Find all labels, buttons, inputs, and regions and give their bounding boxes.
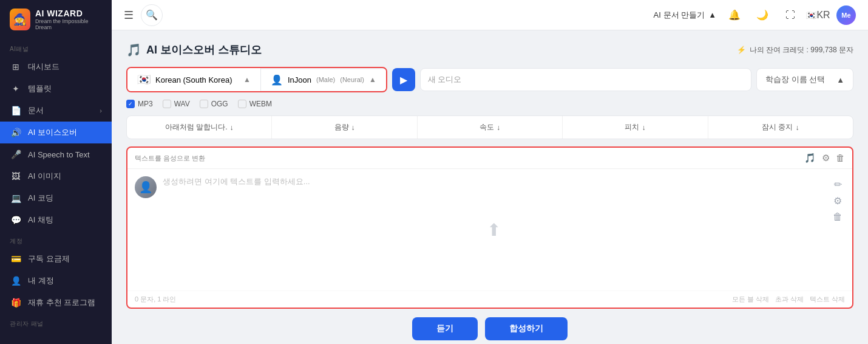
model-label: 학습장 이름 선택 — [765, 74, 825, 85]
text-input-area[interactable]: 생성하려면 여기에 텍스트를 입력하세요... ⬆ — [163, 176, 824, 283]
format-webm[interactable]: WEBM — [238, 100, 272, 108]
notification-button[interactable]: 🔔 — [725, 5, 744, 25]
editor-footer: 0 문자, 1 라인 모든 블 삭제 초과 삭제 텍스트 삭제 — [127, 291, 852, 308]
clear-above-button[interactable]: 초과 삭제 — [775, 295, 804, 304]
sidebar-item-label: 재휴 추천 프로그램 — [28, 297, 95, 308]
ai-section-label: AI패널 — [0, 39, 112, 56]
sidebar-item-label: 템플릿 — [28, 83, 52, 94]
subscription-icon: 💳 — [10, 253, 22, 265]
sidebar-item-coding[interactable]: 💻 AI 코딩 — [0, 187, 112, 209]
doc-create-button[interactable]: AI 문서 만들기 ▲ — [654, 10, 716, 21]
clear-text-button[interactable]: 텍스트 삭제 — [810, 295, 845, 304]
language-label: Korean (South Korea) — [155, 75, 232, 84]
settings-section-label: 계정 — [0, 231, 112, 248]
avatar: 👤 — [135, 176, 157, 198]
document-create-label: AI 문서 만들기 — [654, 10, 705, 21]
mp3-label: MP3 — [138, 100, 153, 108]
sidebar-item-image[interactable]: 🖼 AI 이미지 — [0, 165, 112, 187]
language-selector[interactable]: 🇰🇷 Korean (South Korea) ▲ — [127, 68, 261, 91]
format-wav[interactable]: WAV — [163, 100, 190, 108]
credit-info: ⚡ 나의 잔여 크레딧 : 999,738 문자 — [737, 45, 853, 55]
account-icon: 👤 — [10, 275, 22, 287]
theme-toggle-button[interactable]: 🌙 — [753, 5, 772, 25]
listen-button[interactable]: 듣기 — [412, 317, 478, 340]
editor-toolbar-label: 텍스트를 음성으로 변환 — [135, 154, 205, 163]
editor-filter-icon[interactable]: ⚙ — [822, 153, 830, 163]
affiliate-icon: 🎁 — [10, 297, 22, 309]
editor-container: 텍스트를 음성으로 변환 🎵 ⚙ 🗑 👤 생성하려면 여기에 텍스트를 입력하세… — [126, 146, 853, 309]
mp3-checkbox[interactable]: ✓ — [126, 100, 135, 108]
char-count: 0 문자, 1 라인 — [135, 295, 176, 304]
content-area: 🎵 AI 보이스오버 스튜디오 ⚡ 나의 잔여 크레딧 : 999,738 문자… — [112, 30, 868, 344]
pitch-label: 피치 — [625, 122, 639, 132]
editor-right-icons: ✏ ⚙ 🗑 — [830, 176, 845, 283]
sidebar-item-label: AI 이미지 — [28, 171, 61, 182]
clear-all-button[interactable]: 모든 블 삭제 — [732, 295, 769, 304]
editor-delete-icon[interactable]: 🗑 — [836, 153, 845, 163]
chevron-up-model-icon: ▲ — [836, 75, 844, 84]
control-style[interactable]: 아래처럼 말합니다. ↓ — [127, 116, 272, 139]
dashboard-icon: ⊞ — [10, 61, 22, 73]
wav-checkbox[interactable] — [163, 100, 171, 108]
voice-selector[interactable]: 👤 InJoon (Male) (Neural) ▲ — [261, 69, 386, 91]
sidebar: 🧙 AI WIZARD Dream the Impossible Dream A… — [0, 0, 112, 344]
chevron-up-icon: ▲ — [708, 10, 716, 19]
pause-label: 잠시 중지 — [762, 122, 793, 132]
style-chevron: ↓ — [230, 123, 234, 132]
editor-music-icon[interactable]: 🎵 — [804, 153, 816, 163]
template-icon: ✦ — [10, 83, 22, 95]
sidebar-item-subscription[interactable]: 💳 구독 요금제 — [0, 248, 112, 270]
chevron-down-icon: ▲ — [243, 75, 251, 84]
sidebar-item-speech[interactable]: 🎤 AI Speech to Text — [0, 143, 112, 165]
voice-selector-row: 🇰🇷 Korean (South Korea) ▲ 👤 InJoon (Male… — [126, 67, 853, 92]
webm-label: WEBM — [249, 100, 272, 108]
format-icon[interactable]: ⚙ — [833, 195, 842, 207]
editor-placeholder: 생성하려면 여기에 텍스트를 입력하세요... — [163, 177, 310, 186]
image-icon: 🖼 — [10, 170, 22, 182]
topbar: ☰ 🔍 AI 문서 만들기 ▲ 🔔 🌙 ⛶ 🇰🇷 KR Me — [112, 0, 868, 30]
sidebar-item-template[interactable]: ✦ 템플릿 — [0, 78, 112, 100]
sidebar-item-label: 대시보드 — [28, 61, 59, 72]
sidebar-item-chat[interactable]: 💬 AI 채팅 — [0, 209, 112, 231]
voice-person-icon: 👤 — [271, 74, 283, 86]
sidebar-item-account[interactable]: 👤 내 계정 — [0, 270, 112, 292]
search-button[interactable]: 🔍 — [141, 4, 163, 26]
trash-icon[interactable]: 🗑 — [833, 212, 843, 222]
logo-icon: 🧙 — [10, 9, 30, 30]
voiceover-icon: 🔊 — [10, 126, 22, 139]
new-audio-input[interactable]: 새 오디오 — [420, 68, 751, 91]
format-ogg[interactable]: OGG — [200, 100, 228, 108]
sidebar-item-dashboard[interactable]: ⊞ 대시보드 — [0, 56, 112, 78]
edit-icon[interactable]: ✏ — [834, 179, 842, 190]
logo-title: AI WIZARD — [35, 9, 102, 18]
hamburger-icon[interactable]: ☰ — [124, 9, 134, 22]
sidebar-item-affiliate[interactable]: 🎁 재휴 추천 프로그램 — [0, 292, 112, 314]
speed-label: 속도 — [480, 122, 494, 132]
flag-icon: 🇰🇷 — [806, 10, 816, 20]
model-selector[interactable]: 학습장 이름 선택 ▲ — [756, 68, 853, 91]
user-avatar[interactable]: Me — [836, 5, 856, 25]
control-pause[interactable]: 잠시 중지 ↓ — [708, 116, 853, 139]
sidebar-item-document[interactable]: 📄 문서 › — [0, 100, 112, 122]
language-button[interactable]: 🇰🇷 KR — [809, 5, 828, 25]
play-button[interactable]: ▶ — [392, 68, 415, 91]
voiceover-title-icon: 🎵 — [126, 43, 141, 57]
format-mp3[interactable]: ✓ MP3 — [126, 100, 153, 108]
style-label: 아래처럼 말합니다. — [165, 122, 228, 132]
control-volume[interactable]: 음량 ↓ — [272, 116, 417, 139]
control-pitch[interactable]: 피치 ↓ — [563, 116, 708, 139]
sidebar-item-label: AI 채팅 — [28, 215, 53, 225]
sidebar-item-voiceover[interactable]: 🔊 AI 보이스오버 — [0, 122, 112, 143]
controls-row: 아래처럼 말합니다. ↓ 음량 ↓ 속도 ↓ 피치 ↓ 잠시 중지 ↓ — [126, 115, 853, 139]
korea-flag-icon: 🇰🇷 — [137, 73, 151, 86]
ogg-checkbox[interactable] — [200, 100, 208, 108]
fullscreen-button[interactable]: ⛶ — [781, 5, 800, 25]
webm-checkbox[interactable] — [238, 100, 246, 108]
control-speed[interactable]: 속도 ↓ — [418, 116, 563, 139]
voice-type-label: (Neural) — [340, 76, 364, 83]
logo-sub: Dream the Impossible Dream — [35, 18, 102, 30]
coding-icon: 💻 — [10, 192, 22, 204]
chevron-right-icon: › — [100, 107, 102, 114]
chat-icon: 💬 — [10, 214, 22, 226]
generate-button[interactable]: 합성하기 — [485, 317, 568, 340]
